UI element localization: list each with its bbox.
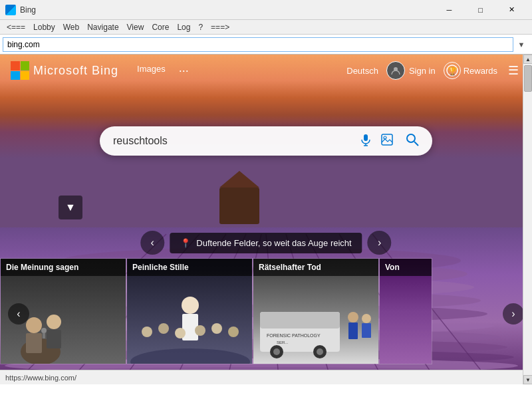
news-cards: Die Meinung sagen bbox=[0, 258, 532, 364]
svg-text:SER...: SER... bbox=[277, 340, 289, 344]
svg-point-48 bbox=[158, 323, 169, 334]
titlebar: Bing ─ □ ✕ bbox=[0, 0, 532, 20]
logo-square-green bbox=[21, 61, 30, 70]
menu-lobby[interactable]: Lobby bbox=[29, 21, 59, 33]
nav-more[interactable]: ··· bbox=[174, 61, 194, 80]
window-controls: ─ □ ✕ bbox=[434, 1, 527, 19]
svg-point-41 bbox=[41, 328, 47, 333]
rewards-label: Rewards bbox=[464, 66, 497, 76]
svg-point-37 bbox=[26, 317, 42, 333]
card4-title: Von bbox=[380, 259, 432, 276]
minimize-button[interactable]: ─ bbox=[434, 1, 464, 19]
rewards-icon: 🏆 bbox=[444, 62, 461, 79]
news-card-3[interactable]: FORENSIC PATHOLOGY SER... Räts bbox=[253, 258, 379, 364]
nav-images[interactable]: Images bbox=[132, 61, 171, 80]
svg-point-52 bbox=[228, 327, 239, 337]
nav-links: Images ··· bbox=[132, 61, 346, 80]
svg-rect-2 bbox=[219, 188, 259, 224]
svg-rect-46 bbox=[182, 314, 198, 340]
search-input[interactable] bbox=[113, 135, 358, 147]
svg-rect-65 bbox=[362, 323, 371, 338]
svg-point-62 bbox=[348, 312, 358, 323]
browser-content: Microsoft Bing Images ··· Deutsch Sign i… bbox=[0, 55, 532, 384]
news-next-button[interactable]: › bbox=[503, 303, 524, 325]
statusbar: https://www.bing.com/ bbox=[0, 370, 532, 384]
menu-forward[interactable]: ===> bbox=[207, 21, 233, 33]
caption-label: Duftende Felder, so weit das Auge reicht bbox=[196, 238, 351, 248]
card1-title: Die Meinung sagen bbox=[1, 259, 126, 276]
svg-point-39 bbox=[47, 315, 61, 329]
nav-language[interactable]: Deutsch bbox=[346, 66, 378, 76]
svg-point-50 bbox=[195, 325, 205, 336]
scroll-thumb[interactable] bbox=[524, 65, 532, 92]
signin-avatar bbox=[386, 61, 405, 80]
menu-navigate[interactable]: Navigate bbox=[83, 21, 122, 33]
svg-text:🏆: 🏆 bbox=[447, 66, 457, 76]
brand-name: Microsoft Bing bbox=[33, 64, 118, 78]
addressbar: ▼ bbox=[0, 35, 532, 55]
menu-log[interactable]: Log bbox=[173, 21, 194, 33]
svg-rect-55 bbox=[260, 312, 340, 329]
status-url: https://www.bing.com/ bbox=[5, 374, 76, 382]
maximize-button[interactable]: □ bbox=[466, 1, 495, 19]
scrollbar: ▲ ▼ bbox=[523, 55, 532, 384]
menu-view[interactable]: View bbox=[123, 21, 148, 33]
window-title: Bing bbox=[20, 5, 434, 15]
svg-rect-31 bbox=[382, 134, 392, 145]
news-card-4[interactable]: Von bbox=[379, 258, 432, 364]
logo-square-yellow bbox=[21, 71, 30, 80]
rewards-button[interactable]: 🏆 Rewards bbox=[444, 62, 497, 79]
svg-point-59 bbox=[273, 348, 280, 355]
scroll-up-button[interactable]: ▲ bbox=[523, 55, 532, 64]
logo-square-red bbox=[11, 61, 20, 70]
nav-signin[interactable]: Sign in bbox=[386, 61, 436, 80]
svg-text:FORENSIC PATHOLOGY: FORENSIC PATHOLOGY bbox=[267, 333, 321, 338]
app-icon bbox=[5, 5, 16, 15]
svg-point-61 bbox=[317, 348, 323, 355]
voice-search-button[interactable] bbox=[358, 132, 374, 151]
svg-rect-28 bbox=[364, 134, 368, 141]
signin-label: Sign in bbox=[409, 66, 436, 76]
caption-bar: ‹ 📍 Duftende Felder, so weit das Auge re… bbox=[140, 231, 391, 255]
menu-core[interactable]: Core bbox=[148, 21, 173, 33]
search-icons bbox=[358, 129, 424, 153]
caption-down-button[interactable]: ▼ bbox=[59, 196, 82, 219]
svg-point-33 bbox=[407, 134, 415, 142]
image-search-button[interactable] bbox=[379, 132, 395, 151]
caption-text: 📍 Duftende Felder, so weit das Auge reic… bbox=[170, 233, 362, 253]
search-box bbox=[100, 126, 432, 156]
url-input[interactable] bbox=[3, 37, 513, 52]
svg-point-47 bbox=[142, 327, 152, 337]
card2-title: Peinliche Stille bbox=[127, 259, 252, 276]
svg-point-51 bbox=[211, 323, 222, 334]
bing-navbar: Microsoft Bing Images ··· Deutsch Sign i… bbox=[0, 55, 532, 86]
svg-rect-42 bbox=[43, 333, 45, 338]
bing-page: Microsoft Bing Images ··· Deutsch Sign i… bbox=[0, 55, 532, 384]
scroll-down-button[interactable]: ▼ bbox=[523, 375, 532, 384]
menubar: <=== Lobby Web Navigate View Core Log ? … bbox=[0, 20, 532, 35]
svg-rect-38 bbox=[26, 333, 42, 353]
logo-square-blue bbox=[11, 71, 20, 80]
svg-rect-63 bbox=[348, 323, 358, 339]
svg-point-64 bbox=[362, 314, 371, 323]
url-dropdown-button[interactable]: ▼ bbox=[513, 37, 529, 52]
bing-logo: Microsoft Bing bbox=[11, 61, 118, 80]
caption-prev-button[interactable]: ‹ bbox=[140, 231, 164, 255]
hamburger-menu[interactable]: ☰ bbox=[505, 61, 521, 80]
svg-point-45 bbox=[182, 297, 199, 314]
caption-location-icon: 📍 bbox=[180, 238, 191, 248]
svg-point-49 bbox=[175, 328, 186, 338]
news-prev-button[interactable]: ‹ bbox=[8, 303, 29, 325]
menu-back[interactable]: <=== bbox=[3, 21, 29, 33]
close-button[interactable]: ✕ bbox=[497, 1, 527, 19]
svg-rect-40 bbox=[47, 330, 61, 348]
search-container bbox=[0, 126, 532, 156]
caption-next-button[interactable]: › bbox=[368, 231, 392, 255]
search-submit-button[interactable] bbox=[400, 129, 424, 153]
menu-web[interactable]: Web bbox=[59, 21, 83, 33]
svg-line-34 bbox=[414, 142, 418, 146]
menu-help[interactable]: ? bbox=[194, 21, 207, 33]
news-card-2[interactable]: Peinliche Stille bbox=[126, 258, 253, 364]
microsoft-logo bbox=[11, 61, 29, 80]
card3-title: Rätselhafter Tod bbox=[253, 259, 378, 276]
